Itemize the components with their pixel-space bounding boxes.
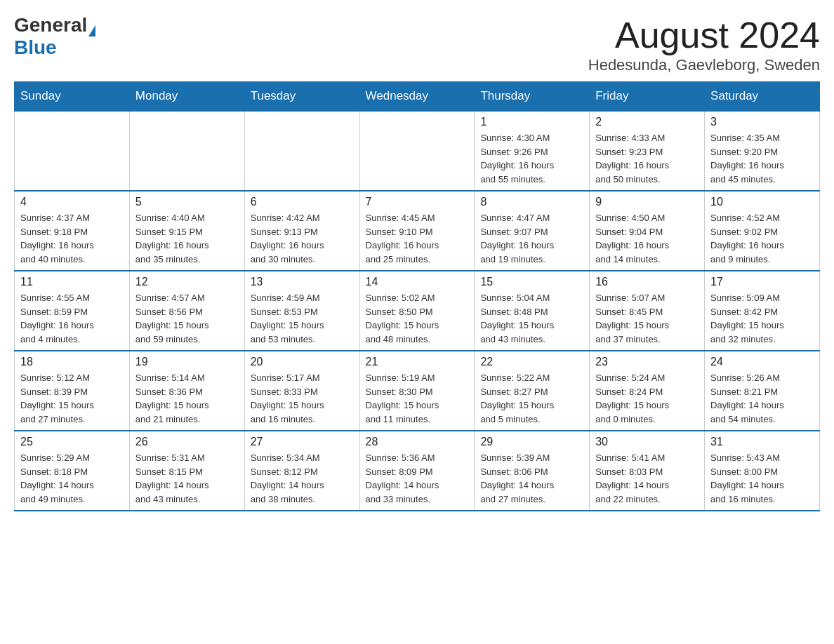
day-info: Sunrise: 4:42 AM Sunset: 9:13 PM Dayligh… [251, 211, 354, 266]
title-area: August 2024 Hedesunda, Gaevleborg, Swede… [588, 14, 820, 74]
calendar-cell [244, 111, 359, 191]
calendar-cell: 25Sunrise: 5:29 AM Sunset: 8:18 PM Dayli… [15, 431, 130, 511]
day-info: Sunrise: 5:36 AM Sunset: 8:09 PM Dayligh… [366, 451, 469, 506]
calendar-cell: 21Sunrise: 5:19 AM Sunset: 8:30 PM Dayli… [359, 351, 475, 431]
calendar-cell: 29Sunrise: 5:39 AM Sunset: 8:06 PM Dayli… [475, 431, 590, 511]
day-info: Sunrise: 5:04 AM Sunset: 8:48 PM Dayligh… [480, 291, 583, 346]
day-number: 14 [366, 276, 469, 288]
day-info: Sunrise: 5:19 AM Sunset: 8:30 PM Dayligh… [366, 371, 469, 426]
day-info: Sunrise: 5:34 AM Sunset: 8:12 PM Dayligh… [251, 451, 354, 506]
calendar-cell: 15Sunrise: 5:04 AM Sunset: 8:48 PM Dayli… [475, 271, 590, 351]
calendar-cell: 18Sunrise: 5:12 AM Sunset: 8:39 PM Dayli… [15, 351, 130, 431]
calendar-week-row: 4Sunrise: 4:37 AM Sunset: 9:18 PM Daylig… [15, 191, 820, 271]
calendar-cell: 19Sunrise: 5:14 AM Sunset: 8:36 PM Dayli… [129, 351, 244, 431]
day-number: 16 [595, 276, 699, 288]
day-number: 26 [135, 436, 239, 448]
day-info: Sunrise: 4:45 AM Sunset: 9:10 PM Dayligh… [366, 211, 469, 266]
calendar-cell: 10Sunrise: 4:52 AM Sunset: 9:02 PM Dayli… [705, 191, 820, 271]
calendar-cell: 5Sunrise: 4:40 AM Sunset: 9:15 PM Daylig… [129, 191, 244, 271]
calendar-header-monday: Monday [129, 82, 244, 112]
calendar-cell: 26Sunrise: 5:31 AM Sunset: 8:15 PM Dayli… [129, 431, 244, 511]
calendar-table: SundayMondayTuesdayWednesdayThursdayFrid… [14, 81, 820, 511]
calendar-cell: 24Sunrise: 5:26 AM Sunset: 8:21 PM Dayli… [705, 351, 820, 431]
calendar-cell: 20Sunrise: 5:17 AM Sunset: 8:33 PM Dayli… [244, 351, 359, 431]
calendar-cell: 14Sunrise: 5:02 AM Sunset: 8:50 PM Dayli… [359, 271, 475, 351]
calendar-cell [129, 111, 244, 191]
day-info: Sunrise: 5:24 AM Sunset: 8:24 PM Dayligh… [595, 371, 699, 426]
day-info: Sunrise: 4:52 AM Sunset: 9:02 PM Dayligh… [710, 211, 814, 266]
day-number: 8 [480, 196, 583, 208]
day-info: Sunrise: 4:55 AM Sunset: 8:59 PM Dayligh… [20, 291, 124, 346]
day-number: 4 [20, 196, 124, 208]
day-number: 1 [480, 116, 583, 128]
logo-blue-text: Blue [14, 36, 57, 58]
day-number: 19 [135, 356, 239, 368]
calendar-week-row: 1Sunrise: 4:30 AM Sunset: 9:26 PM Daylig… [15, 111, 820, 191]
day-number: 17 [710, 276, 814, 288]
calendar-header-friday: Friday [590, 82, 705, 112]
calendar-header-row: SundayMondayTuesdayWednesdayThursdayFrid… [15, 82, 820, 112]
calendar-week-row: 25Sunrise: 5:29 AM Sunset: 8:18 PM Dayli… [15, 431, 820, 511]
day-info: Sunrise: 4:33 AM Sunset: 9:23 PM Dayligh… [595, 131, 699, 186]
day-number: 11 [20, 276, 124, 288]
calendar-cell: 22Sunrise: 5:22 AM Sunset: 8:27 PM Dayli… [475, 351, 590, 431]
day-info: Sunrise: 5:02 AM Sunset: 8:50 PM Dayligh… [366, 291, 469, 346]
logo: General Blue [14, 14, 95, 59]
day-info: Sunrise: 5:29 AM Sunset: 8:18 PM Dayligh… [20, 451, 124, 506]
day-info: Sunrise: 4:57 AM Sunset: 8:56 PM Dayligh… [135, 291, 239, 346]
day-number: 13 [251, 276, 354, 288]
calendar-cell: 30Sunrise: 5:41 AM Sunset: 8:03 PM Dayli… [590, 431, 705, 511]
day-number: 29 [480, 436, 583, 448]
day-info: Sunrise: 4:37 AM Sunset: 9:18 PM Dayligh… [20, 211, 124, 266]
day-info: Sunrise: 5:22 AM Sunset: 8:27 PM Dayligh… [480, 371, 583, 426]
calendar-cell: 23Sunrise: 5:24 AM Sunset: 8:24 PM Dayli… [590, 351, 705, 431]
calendar-cell: 13Sunrise: 4:59 AM Sunset: 8:53 PM Dayli… [244, 271, 359, 351]
calendar-cell: 12Sunrise: 4:57 AM Sunset: 8:56 PM Dayli… [129, 271, 244, 351]
calendar-cell [15, 111, 130, 191]
calendar-header-sunday: Sunday [15, 82, 130, 112]
day-info: Sunrise: 4:50 AM Sunset: 9:04 PM Dayligh… [595, 211, 699, 266]
calendar-week-row: 11Sunrise: 4:55 AM Sunset: 8:59 PM Dayli… [15, 271, 820, 351]
day-number: 12 [135, 276, 239, 288]
day-number: 5 [135, 196, 239, 208]
day-number: 15 [480, 276, 583, 288]
calendar-cell [359, 111, 475, 191]
day-info: Sunrise: 5:41 AM Sunset: 8:03 PM Dayligh… [595, 451, 699, 506]
page-header: General Blue August 2024 Hedesunda, Gaev… [14, 14, 820, 74]
calendar-header-saturday: Saturday [705, 82, 820, 112]
day-number: 9 [595, 196, 699, 208]
calendar-cell: 31Sunrise: 5:43 AM Sunset: 8:00 PM Dayli… [705, 431, 820, 511]
day-info: Sunrise: 5:07 AM Sunset: 8:45 PM Dayligh… [595, 291, 699, 346]
day-info: Sunrise: 5:17 AM Sunset: 8:33 PM Dayligh… [251, 371, 354, 426]
day-info: Sunrise: 5:12 AM Sunset: 8:39 PM Dayligh… [20, 371, 124, 426]
day-number: 10 [710, 196, 814, 208]
calendar-cell: 17Sunrise: 5:09 AM Sunset: 8:42 PM Dayli… [705, 271, 820, 351]
day-info: Sunrise: 5:39 AM Sunset: 8:06 PM Dayligh… [480, 451, 583, 506]
calendar-header-wednesday: Wednesday [359, 82, 475, 112]
calendar-cell: 6Sunrise: 4:42 AM Sunset: 9:13 PM Daylig… [244, 191, 359, 271]
calendar-week-row: 18Sunrise: 5:12 AM Sunset: 8:39 PM Dayli… [15, 351, 820, 431]
day-number: 22 [480, 356, 583, 368]
logo-general-text: General [14, 14, 87, 36]
day-info: Sunrise: 4:59 AM Sunset: 8:53 PM Dayligh… [251, 291, 354, 346]
day-info: Sunrise: 4:47 AM Sunset: 9:07 PM Dayligh… [480, 211, 583, 266]
day-number: 30 [595, 436, 699, 448]
day-number: 18 [20, 356, 124, 368]
calendar-header-thursday: Thursday [475, 82, 590, 112]
day-number: 6 [251, 196, 354, 208]
calendar-cell: 3Sunrise: 4:35 AM Sunset: 9:20 PM Daylig… [705, 111, 820, 191]
day-number: 20 [251, 356, 354, 368]
day-info: Sunrise: 4:35 AM Sunset: 9:20 PM Dayligh… [710, 131, 814, 186]
day-number: 3 [710, 116, 814, 128]
day-info: Sunrise: 4:40 AM Sunset: 9:15 PM Dayligh… [135, 211, 239, 266]
day-number: 7 [366, 196, 469, 208]
day-info: Sunrise: 4:30 AM Sunset: 9:26 PM Dayligh… [480, 131, 583, 186]
location-subtitle: Hedesunda, Gaevleborg, Sweden [588, 56, 820, 74]
day-info: Sunrise: 5:09 AM Sunset: 8:42 PM Dayligh… [710, 291, 814, 346]
calendar-cell: 8Sunrise: 4:47 AM Sunset: 9:07 PM Daylig… [475, 191, 590, 271]
day-number: 2 [595, 116, 699, 128]
day-info: Sunrise: 5:31 AM Sunset: 8:15 PM Dayligh… [135, 451, 239, 506]
day-number: 23 [595, 356, 699, 368]
day-number: 21 [366, 356, 469, 368]
calendar-cell: 16Sunrise: 5:07 AM Sunset: 8:45 PM Dayli… [590, 271, 705, 351]
